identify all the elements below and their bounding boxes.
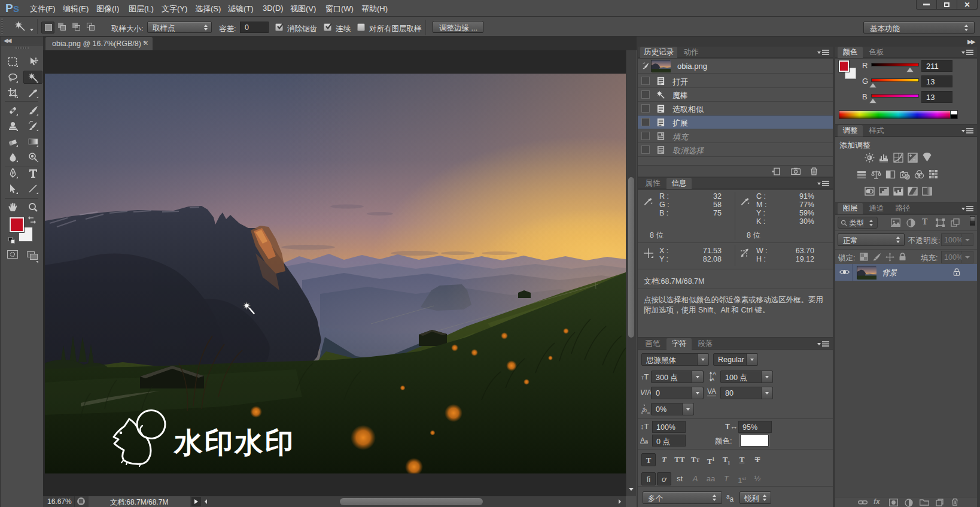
svg-text:水印水印: 水印水印 [173, 427, 295, 459]
svg-text:あ: あ [642, 406, 647, 412]
svg-text:A: A [713, 371, 716, 377]
